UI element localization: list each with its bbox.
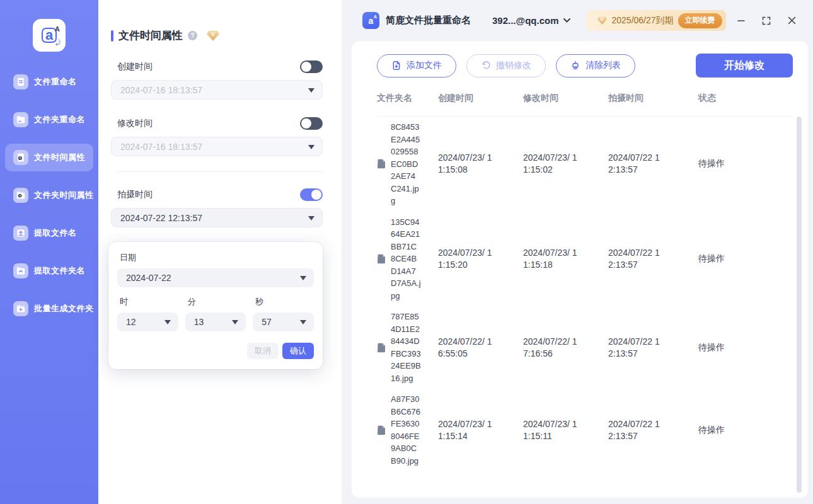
vertical-scrollbar[interactable] bbox=[797, 117, 802, 493]
modify-time-label: 修改时间 bbox=[117, 118, 153, 129]
broom-icon bbox=[570, 60, 580, 71]
shot-time: 2024/07/22 12:13:57 bbox=[608, 152, 666, 176]
titlebar: aA 简鹿文件批量重命名 392...@qq.com V 2025/06/27到… bbox=[342, 0, 813, 41]
sidebar: a A ⤸ 文件重命名文件夹重命名文件时间属性文件夹时间属性提取文件名提取文件夹… bbox=[0, 0, 98, 504]
chevron-down-icon bbox=[308, 145, 314, 149]
sidebar-item-folder-plus[interactable]: 批量生成文件夹 bbox=[5, 295, 93, 323]
extract-folder-icon bbox=[13, 263, 28, 278]
status-badge: 待操作 bbox=[698, 158, 793, 169]
file-name: A87F30B6C676FE36308046FE9AB0CB90.jpg bbox=[391, 393, 421, 467]
sidebar-item-label: 批量生成文件夹 bbox=[34, 303, 94, 314]
create-time-label: 创建时间 bbox=[117, 61, 153, 72]
expiry-date: 2025/06/27到期 bbox=[612, 15, 674, 26]
folder-icon bbox=[13, 112, 28, 127]
table-body: 8C8453E2A445029558EC0BD2AE74C241.jpg2024… bbox=[377, 117, 793, 471]
hour-select[interactable]: 12 bbox=[117, 312, 178, 331]
sidebar-item-label: 文件时间属性 bbox=[34, 152, 85, 163]
datetime-picker-popup: 日期 2024-07-22 时 12 分 13 秒 57 bbox=[108, 242, 323, 369]
app-title: 简鹿文件批量重命名 bbox=[386, 14, 471, 26]
renew-button[interactable]: 立即续费 bbox=[678, 13, 722, 28]
shot-time-toggle[interactable] bbox=[300, 188, 323, 201]
file-icon bbox=[377, 425, 386, 435]
help-icon[interactable]: ? bbox=[188, 31, 197, 40]
col-folder-name: 文件夹名 bbox=[377, 93, 438, 104]
col-modified: 修改时间 bbox=[523, 93, 608, 104]
shot-time-select[interactable]: 2024-07-22 12:13:57 bbox=[111, 208, 323, 227]
status-badge: 待操作 bbox=[698, 253, 793, 265]
created-time: 2024/07/22/ 16:55:05 bbox=[438, 336, 496, 360]
undo-button[interactable]: 撤销修改 bbox=[466, 54, 546, 77]
table-row[interactable]: A87F30B6C676FE36308046FE9AB0CB90.jpg2024… bbox=[377, 389, 793, 471]
create-time-select[interactable]: 2024-07-16 18:13:57 bbox=[111, 80, 323, 100]
close-button[interactable] bbox=[787, 16, 797, 26]
vip-gem-icon: V bbox=[206, 30, 220, 42]
add-files-button[interactable]: 添加文件 bbox=[377, 54, 456, 77]
created-time: 2024/07/23/ 11:15:14 bbox=[438, 418, 496, 442]
file-icon bbox=[377, 159, 386, 169]
created-time: 2024/07/23/ 11:15:20 bbox=[438, 247, 496, 271]
date-label: 日期 bbox=[117, 252, 314, 263]
modified-time: 2024/07/23/ 11:15:11 bbox=[523, 418, 581, 442]
toolbar: 添加文件 撤销修改 清除列表 开始修改 bbox=[377, 54, 793, 77]
sidebar-item-label: 文件重命名 bbox=[34, 76, 77, 88]
cancel-button[interactable]: 取消 bbox=[247, 343, 279, 359]
file-name: 8C8453E2A445029558EC0BD2AE74C241.jpg bbox=[391, 121, 421, 207]
chevron-down-icon bbox=[563, 18, 570, 23]
extract-file-icon bbox=[13, 226, 28, 241]
table-row[interactable]: 8C8453E2A445029558EC0BD2AE74C241.jpg2024… bbox=[377, 117, 793, 212]
divider bbox=[117, 171, 323, 172]
folder-clock-icon bbox=[13, 188, 28, 203]
shot-time: 2024/07/22 12:13:57 bbox=[608, 247, 666, 271]
sidebar-item-extract-folder[interactable]: 提取文件夹名 bbox=[5, 257, 93, 285]
col-status: 状态 bbox=[698, 93, 793, 104]
modify-time-toggle[interactable] bbox=[300, 117, 323, 130]
create-time-toggle[interactable] bbox=[300, 60, 323, 73]
chevron-down-icon bbox=[300, 276, 306, 280]
folder-plus-icon bbox=[13, 301, 28, 316]
sidebar-item-label: 提取文件名 bbox=[34, 227, 77, 239]
col-created: 创建时间 bbox=[438, 93, 523, 104]
minute-label: 分 bbox=[185, 296, 246, 307]
file-name: 787E854D11E284434DFBC39324EE9B16.jpg bbox=[391, 311, 421, 384]
app-icon: aA bbox=[362, 12, 379, 29]
table-row[interactable]: 787E854D11E284434DFBC39324EE9B16.jpg2024… bbox=[377, 306, 793, 389]
second-select[interactable]: 57 bbox=[253, 312, 314, 331]
clear-list-button[interactable]: 清除列表 bbox=[556, 54, 635, 77]
second-label: 秒 bbox=[253, 296, 314, 307]
start-modify-button[interactable]: 开始修改 bbox=[696, 54, 793, 77]
shot-time: 2024/07/22 12:13:57 bbox=[608, 336, 666, 360]
table-row[interactable]: 135C9464EA21BB71C8CE4BD14A7D7A5A.jpg2024… bbox=[377, 212, 793, 307]
file-name: 135C9464EA21BB71C8CE4BD14A7D7A5A.jpg bbox=[391, 216, 421, 302]
date-select[interactable]: 2024-07-22 bbox=[117, 268, 314, 287]
sidebar-item-folder-clock[interactable]: 文件夹时间属性 bbox=[5, 181, 93, 209]
chevron-down-icon bbox=[300, 320, 306, 324]
main-area: aA 简鹿文件批量重命名 392...@qq.com V 2025/06/27到… bbox=[342, 0, 813, 504]
file-icon bbox=[13, 74, 28, 89]
modified-time: 2024/07/22/ 17:16:56 bbox=[523, 336, 581, 360]
maximize-button[interactable] bbox=[761, 16, 771, 26]
chevron-down-icon bbox=[308, 88, 314, 93]
confirm-button[interactable]: 确认 bbox=[282, 343, 314, 359]
minimize-button[interactable] bbox=[736, 16, 746, 26]
account-email: 392...@qq.com bbox=[492, 15, 559, 26]
sidebar-item-extract-file[interactable]: 提取文件名 bbox=[5, 219, 93, 247]
file-clock-icon bbox=[13, 150, 28, 165]
sidebar-item-file-clock[interactable]: 文件时间属性 bbox=[5, 144, 93, 171]
status-badge: 待操作 bbox=[698, 342, 793, 353]
modified-time: 2024/07/23/ 11:15:02 bbox=[523, 152, 581, 176]
sidebar-item-label: 提取文件夹名 bbox=[34, 265, 85, 277]
chevron-down-icon bbox=[164, 320, 171, 324]
chevron-down-icon bbox=[232, 320, 238, 324]
hour-label: 时 bbox=[117, 296, 178, 307]
sidebar-item-file[interactable]: 文件重命名 bbox=[5, 68, 93, 96]
col-shot: 拍摄时间 bbox=[608, 93, 698, 104]
modified-time: 2024/07/23/ 11:15:18 bbox=[523, 247, 581, 271]
table-header: 文件夹名 创建时间 修改时间 拍摄时间 状态 bbox=[377, 80, 793, 117]
sidebar-item-folder[interactable]: 文件夹重命名 bbox=[5, 106, 93, 134]
file-list-card: 添加文件 撤销修改 清除列表 开始修改 文件夹名 创建时间 修改时间 拍摄时间 … bbox=[352, 41, 808, 498]
account-menu[interactable]: 392...@qq.com bbox=[492, 15, 570, 26]
app-logo: a A ⤸ bbox=[33, 19, 66, 52]
modify-time-select[interactable]: 2024-07-16 18:13:57 bbox=[111, 137, 323, 156]
sidebar-item-label: 文件夹重命名 bbox=[34, 114, 85, 125]
minute-select[interactable]: 13 bbox=[185, 312, 246, 331]
